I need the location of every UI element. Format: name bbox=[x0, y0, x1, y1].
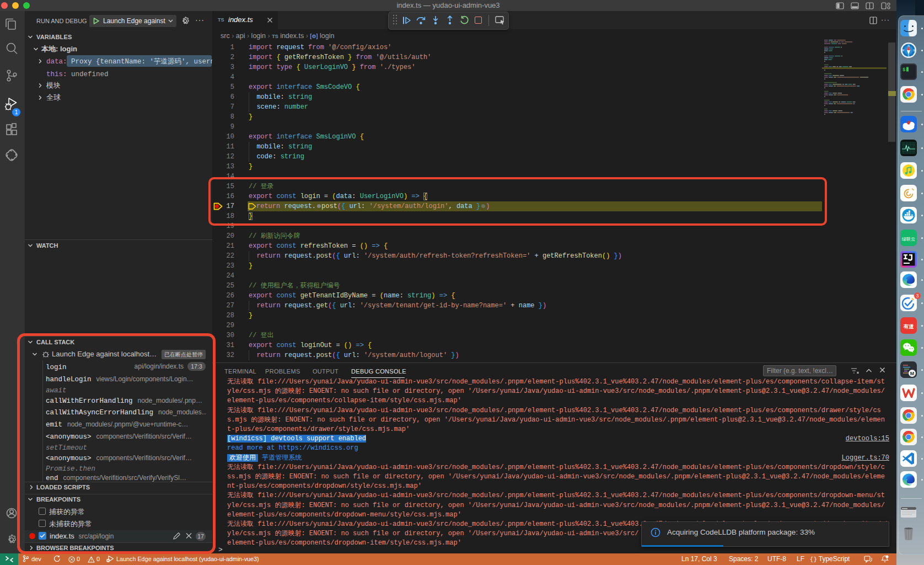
svg-text:W: W bbox=[901, 49, 904, 52]
svg-text:$: $ bbox=[902, 67, 906, 73]
svg-text:有道: 有道 bbox=[903, 323, 915, 329]
svg-text:M: M bbox=[910, 371, 915, 376]
svg-text:绿联云: 绿联云 bbox=[901, 237, 915, 242]
